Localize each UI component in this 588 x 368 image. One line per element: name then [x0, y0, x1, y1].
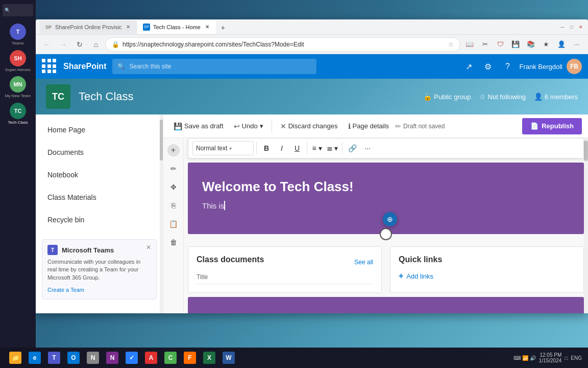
close-button[interactable]: ✕ [578, 24, 584, 30]
sharepoint-brand[interactable]: SharePoint [63, 62, 106, 71]
taskbar-app-onenote[interactable]: N [103, 349, 121, 367]
taskbar-app-app11[interactable]: X [200, 349, 218, 367]
sidebar-item-teams-app[interactable]: T Teams [4, 21, 32, 48]
content-scrollbar[interactable] [584, 138, 588, 313]
tech-class-label: Tech Class [8, 120, 28, 125]
back-button[interactable]: ← [40, 37, 54, 52]
add-icon[interactable]: + [167, 144, 180, 156]
republish-button[interactable]: 📄 Republish [522, 118, 582, 134]
taskbar-app-app8[interactable]: A [142, 349, 160, 367]
more-formatting-button[interactable]: ··· [360, 141, 375, 155]
user-name[interactable]: Frank Bergdoll [519, 63, 562, 71]
delete-icon-button[interactable]: 🗑 [165, 234, 182, 250]
share-icon[interactable]: ↗ [461, 59, 476, 74]
site-search-box[interactable]: 🔍 Search this site [112, 59, 316, 74]
favorites-icon[interactable]: ★ [539, 37, 553, 52]
tab-close-active-btn[interactable]: ✕ [204, 24, 211, 31]
new-tab-button[interactable]: + [217, 21, 229, 34]
nav-label: Class Materials [47, 193, 96, 201]
read-aloud-icon[interactable]: 📖 [462, 37, 477, 52]
plus-icon: + [399, 271, 403, 281]
user-avatar[interactable]: FB [567, 59, 582, 74]
bold-button[interactable]: B [259, 141, 274, 155]
site-navigation: Home Page Documents Notebook Class Mater… [36, 114, 163, 313]
create-team-link[interactable]: Create a Team [47, 287, 84, 293]
taskbar-app-edge[interactable]: e [26, 349, 44, 367]
save-icon[interactable]: 💾 [508, 37, 523, 52]
section-drag-handle[interactable] [380, 228, 392, 240]
teams-panel-close-button[interactable]: ✕ [144, 243, 153, 252]
collections-icon[interactable]: 📚 [524, 37, 538, 52]
follow-button[interactable]: ☆ Not following [479, 93, 526, 101]
sidebar-item-my-new-team[interactable]: MN My New Team [4, 74, 32, 101]
indent-button[interactable]: ≣ ▾ [325, 141, 339, 155]
taskbar-app-todo[interactable]: ✓ [122, 349, 141, 367]
help-icon[interactable]: ? [500, 59, 515, 74]
underline-button[interactable]: U [290, 141, 304, 155]
edit-icon-button[interactable]: ✏ [165, 160, 182, 177]
nav-item-notebook[interactable]: Notebook [36, 164, 163, 186]
browser-titlebar: SP SharePoint Online Provisioning ... ✕ … [36, 19, 588, 35]
save-draft-button[interactable]: 💾 Save as draft [169, 118, 228, 134]
sidebar-item-super-heroes[interactable]: SH Super-Heroes [4, 48, 32, 75]
paste-icon-button[interactable]: 📋 [165, 216, 182, 232]
bookmark-icon[interactable]: ☆ [448, 41, 454, 48]
text-style-dropdown[interactable]: Normal text ▾ [192, 141, 254, 155]
tab-tech-class[interactable]: SP Tech Class - Home ✕ [138, 20, 216, 34]
taskbar-app-app10[interactable]: F [181, 349, 199, 367]
align-button[interactable]: ≡ ▾ [310, 141, 324, 155]
scissors-icon[interactable]: ✂ [478, 37, 492, 52]
notification-icon[interactable]: □ [565, 355, 568, 361]
refresh-button[interactable]: ↻ [72, 37, 87, 52]
page-content-area[interactable]: Normal text ▾ B I U ≡ ▾ ≣ ▾ [184, 138, 588, 313]
italic-button[interactable]: I [275, 141, 289, 155]
link-button[interactable]: 🔗 [345, 141, 359, 155]
taskbar-app-file-explorer[interactable]: 📁 [6, 349, 24, 367]
undo-icon: ↩ [234, 122, 240, 130]
forward-button[interactable]: → [56, 37, 70, 52]
nav-item-class-materials[interactable]: Class Materials [36, 186, 163, 209]
nav-item-home-page[interactable]: Home Page [36, 119, 163, 141]
person-icon: 👤 [534, 93, 543, 101]
page-details-button[interactable]: ℹ Page details [344, 118, 394, 134]
teams-app-icon: T [10, 24, 26, 40]
taskbar-app-app9[interactable]: C [161, 349, 180, 367]
app-launcher-button[interactable] [42, 59, 57, 74]
taskbar-app-notepad[interactable]: N [84, 349, 102, 367]
taskbar-app-outlook[interactable]: O [64, 349, 83, 367]
profile-icon[interactable]: 👤 [554, 37, 569, 52]
system-tray-icons: ⌨ 📶 🔊 [513, 355, 536, 361]
notepad-icon: N [87, 352, 99, 364]
group-icon: 🔓 [423, 93, 432, 101]
hero-body-text[interactable]: This is [202, 201, 570, 210]
see-all-link[interactable]: See all [354, 259, 373, 266]
taskbar-app-app12[interactable]: W [219, 349, 238, 367]
address-bar[interactable]: 🔒 https://snaptechnology.sharepoint.com/… [105, 37, 460, 52]
extensions-icon[interactable]: 🛡 [493, 37, 507, 52]
nav-item-documents[interactable]: Documents [36, 141, 163, 164]
home-button[interactable]: ⌂ [89, 37, 103, 52]
system-clock[interactable]: 12:05 PM 1/15/2024 [539, 352, 562, 363]
sidebar-item-tech-class[interactable]: TC Tech Class [4, 101, 32, 127]
os-taskbar: 📁eTONN✓ACFXW ⌨ 📶 🔊 12:05 PM 1/15/2024 □ … [0, 348, 588, 368]
members-button[interactable]: 👤 6 members [534, 93, 578, 101]
public-group-indicator[interactable]: 🔓 Public group [423, 93, 471, 101]
more-options-icon[interactable]: ··· [570, 37, 584, 52]
nav-item-recycle-bin[interactable]: Recycle bin [36, 209, 163, 231]
copy-icon-button[interactable]: ⎘ [165, 197, 182, 214]
move-icon-button[interactable]: ✥ [165, 179, 182, 195]
discard-changes-button[interactable]: ✕ Discard changes [276, 118, 342, 134]
maximize-button[interactable]: □ [569, 24, 575, 30]
undo-button[interactable]: ↩ Undo ▾ [230, 118, 267, 134]
tab-close-btn[interactable]: ✕ [125, 24, 132, 31]
tab-sharepoint-provisioning[interactable]: SP SharePoint Online Provisioning ... ✕ [40, 20, 137, 34]
sidebar-scrollbar[interactable] [160, 114, 163, 313]
taskbar-app-teams[interactable]: T [45, 349, 63, 367]
minimize-button[interactable]: ─ [559, 24, 566, 30]
settings-icon[interactable]: ⚙ [480, 59, 496, 74]
url-input[interactable]: https://snaptechnology.sharepoint.com/si… [122, 41, 445, 48]
quick-links-title: Quick links [399, 255, 575, 264]
add-links-button[interactable]: + Add links [399, 269, 575, 283]
add-section-button[interactable]: + [167, 142, 180, 158]
teams-search[interactable]: 🔍 [3, 4, 33, 16]
